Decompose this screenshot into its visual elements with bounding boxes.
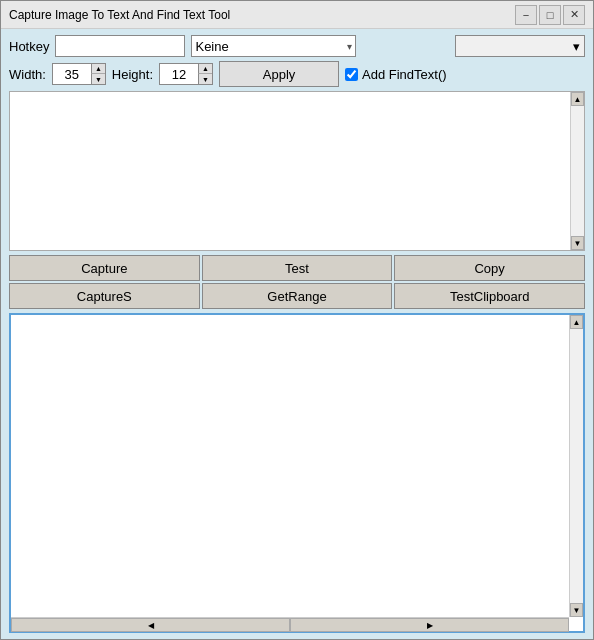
action-buttons: Capture Test Copy CaptureS GetRange Test… bbox=[9, 255, 585, 309]
window-title: Capture Image To Text And Find Text Tool bbox=[9, 8, 515, 22]
close-button[interactable]: ✕ bbox=[563, 5, 585, 25]
minimize-button[interactable]: − bbox=[515, 5, 537, 25]
hotkey-row: Hotkey Keine ▾ bbox=[9, 35, 585, 57]
main-window: Capture Image To Text And Find Text Tool… bbox=[0, 0, 594, 640]
preview-scrollbar-vertical[interactable]: ▲ ▼ bbox=[570, 92, 584, 250]
capture-button[interactable]: Capture bbox=[9, 255, 200, 281]
height-up-button[interactable]: ▲ bbox=[198, 64, 212, 74]
hotkey-input[interactable] bbox=[55, 35, 185, 57]
height-down-button[interactable]: ▼ bbox=[198, 74, 212, 84]
output-textarea[interactable] bbox=[11, 315, 583, 631]
settings-row: Width: ▲ ▼ Height: ▲ ▼ Apply Add FindTe bbox=[9, 61, 585, 87]
output-wrapper: ▲ ▼ ◀ ▶ bbox=[9, 313, 585, 633]
maximize-button[interactable]: □ bbox=[539, 5, 561, 25]
height-label: Height: bbox=[112, 67, 153, 82]
extra-dropdown[interactable]: ▾ bbox=[455, 35, 585, 57]
output-scrollbar-horizontal[interactable]: ◀ ▶ bbox=[11, 617, 569, 631]
width-down-button[interactable]: ▼ bbox=[91, 74, 105, 84]
output-scroll-down[interactable]: ▼ bbox=[570, 603, 583, 617]
extra-dropdown-arrow: ▾ bbox=[573, 39, 580, 54]
apply-button[interactable]: Apply bbox=[219, 61, 339, 87]
testclipboard-button[interactable]: TestClipboard bbox=[394, 283, 585, 309]
add-findtext-checkbox[interactable] bbox=[345, 68, 358, 81]
title-bar: Capture Image To Text And Find Text Tool… bbox=[1, 1, 593, 29]
output-scroll-left[interactable]: ◀ bbox=[11, 618, 290, 632]
title-controls: − □ ✕ bbox=[515, 5, 585, 25]
output-scroll-up[interactable]: ▲ bbox=[570, 315, 583, 329]
width-spinner[interactable]: ▲ ▼ bbox=[52, 63, 106, 85]
test-button[interactable]: Test bbox=[202, 255, 393, 281]
add-findtext-text: Add FindText() bbox=[362, 67, 447, 82]
getrange-button[interactable]: GetRange bbox=[202, 283, 393, 309]
preview-area: ▲ ▼ bbox=[9, 91, 585, 251]
width-spinner-buttons: ▲ ▼ bbox=[91, 64, 105, 84]
output-scrollbar-vertical[interactable]: ▲ ▼ bbox=[569, 315, 583, 617]
width-input[interactable] bbox=[53, 64, 91, 84]
height-spinner-buttons: ▲ ▼ bbox=[198, 64, 212, 84]
add-findtext-label[interactable]: Add FindText() bbox=[345, 67, 447, 82]
output-scroll-right[interactable]: ▶ bbox=[290, 618, 569, 632]
height-input[interactable] bbox=[160, 64, 198, 84]
width-label: Width: bbox=[9, 67, 46, 82]
preview-scroll-down[interactable]: ▼ bbox=[571, 236, 584, 250]
preview-scroll-up[interactable]: ▲ bbox=[571, 92, 584, 106]
hotkey-label: Hotkey bbox=[9, 39, 49, 54]
height-spinner[interactable]: ▲ ▼ bbox=[159, 63, 213, 85]
mode-dropdown[interactable]: Keine bbox=[191, 35, 356, 57]
captures-button[interactable]: CaptureS bbox=[9, 283, 200, 309]
content-area: Hotkey Keine ▾ Width: ▲ ▼ Heig bbox=[1, 29, 593, 639]
copy-button[interactable]: Copy bbox=[394, 255, 585, 281]
dropdown-wrapper: Keine bbox=[191, 35, 356, 57]
width-up-button[interactable]: ▲ bbox=[91, 64, 105, 74]
